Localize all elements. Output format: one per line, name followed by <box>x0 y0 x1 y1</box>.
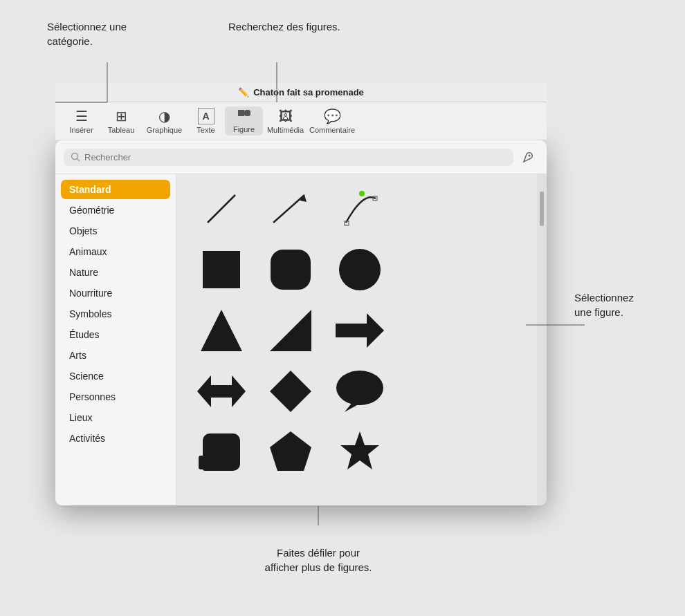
sidebar-item-arts[interactable]: Arts <box>61 346 170 365</box>
shape-line-arrow[interactable] <box>259 181 322 236</box>
insert-label: Insérer <box>69 126 93 134</box>
right-triangle-shape <box>266 306 315 355</box>
pencil-icon: ✏️ <box>238 87 249 97</box>
svg-rect-5 <box>238 110 244 116</box>
graphique-icon: ◑ <box>158 108 170 124</box>
svg-marker-22 <box>197 375 246 407</box>
sidebar-item-geometrie[interactable]: Géométrie <box>61 200 170 220</box>
shapes-panel: Standard Géométrie Objets Animaux Nature… <box>55 140 547 505</box>
shape-line-diagonal[interactable] <box>190 181 253 236</box>
shape-star[interactable] <box>329 424 391 480</box>
commentaire-icon: 💬 <box>324 108 341 124</box>
svg-point-7 <box>72 153 78 160</box>
svg-point-18 <box>339 249 381 290</box>
shape-rounded-square[interactable] <box>259 242 322 297</box>
sidebar-item-objets[interactable]: Objets <box>61 221 170 241</box>
shape-rounded-square-alt[interactable] <box>190 424 253 480</box>
pentagon-shape <box>266 428 315 476</box>
figure-label: Figure <box>233 125 255 133</box>
sidebar-item-activites[interactable]: Activités <box>61 429 170 448</box>
shapes-row-4 <box>183 364 530 419</box>
titlebar: ✏️ Chaton fait sa promenade <box>55 83 547 102</box>
shape-arrow-horizontal[interactable] <box>190 364 253 419</box>
search-input-wrap[interactable] <box>64 149 513 166</box>
shapes-row-5 <box>183 424 530 480</box>
shape-curve[interactable] <box>329 181 391 236</box>
tableau-icon: ⊞ <box>116 108 127 124</box>
shape-diamond[interactable] <box>259 364 322 419</box>
shape-square[interactable] <box>190 242 253 297</box>
scrollbar-track[interactable] <box>537 174 547 505</box>
toolbar-commentaire[interactable]: 💬 Commentaire <box>308 108 356 134</box>
texte-label: Texte <box>197 126 214 134</box>
commentaire-label: Commentaire <box>309 126 355 134</box>
search-bar <box>55 140 547 174</box>
sidebar-item-lieux[interactable]: Lieux <box>61 408 170 427</box>
toolbar-texte[interactable]: A Texte <box>187 108 225 134</box>
figure-icon <box>237 109 252 124</box>
line-arrow-shape <box>266 188 315 230</box>
shapes-grid-container <box>176 174 547 505</box>
toolbar-tableau[interactable]: ⊞ Tableau <box>100 108 142 134</box>
svg-line-11 <box>273 195 304 223</box>
sidebar-item-symboles[interactable]: Symboles <box>61 304 170 324</box>
sidebar-item-nature[interactable]: Nature <box>61 263 170 282</box>
pen-tool-button[interactable] <box>519 147 538 167</box>
shape-pentagon[interactable] <box>259 424 322 480</box>
annotation-search: Recherchez des figures. <box>228 19 367 34</box>
scrollbar-thumb <box>540 192 544 226</box>
rounded-square-alt-shape <box>197 428 246 476</box>
svg-point-24 <box>336 371 383 405</box>
svg-point-15 <box>359 191 365 196</box>
diamond-shape <box>266 367 315 416</box>
shapes-row-2 <box>183 242 530 297</box>
svg-rect-6 <box>244 110 250 116</box>
annotation-figure: Sélectionnez une figure. <box>574 290 664 319</box>
svg-marker-29 <box>270 431 311 471</box>
annotation-scroll: Faites défiler pour afficher plus de fig… <box>249 545 387 575</box>
sidebar-item-standard[interactable]: Standard <box>61 180 170 199</box>
panel-content: Standard Géométrie Objets Animaux Nature… <box>55 174 547 505</box>
shape-speech-bubble[interactable] <box>329 364 391 419</box>
graphique-label: Graphique <box>147 126 182 134</box>
svg-marker-19 <box>201 310 242 351</box>
shape-arrow-right[interactable] <box>329 303 391 358</box>
toolbar-figure[interactable]: Figure <box>225 106 263 136</box>
search-icon <box>71 152 80 162</box>
multimedia-label: Multimédia <box>267 126 304 134</box>
square-shape <box>197 245 246 294</box>
texte-icon: A <box>198 108 214 124</box>
svg-marker-20 <box>270 310 311 351</box>
toolbar-graphique[interactable]: ◑ Graphique <box>142 108 187 134</box>
triangle-shape <box>197 306 246 355</box>
sidebar-item-personnes[interactable]: Personnes <box>61 387 170 407</box>
search-input[interactable] <box>84 152 506 162</box>
arrow-right-shape <box>332 306 387 355</box>
speech-bubble-shape <box>332 367 387 416</box>
svg-point-9 <box>529 155 531 157</box>
circle-shape <box>336 245 384 294</box>
svg-rect-16 <box>203 251 240 288</box>
svg-marker-30 <box>340 431 379 469</box>
sidebar-item-science[interactable]: Science <box>61 366 170 386</box>
shapes-grid <box>176 174 537 505</box>
multimedia-icon: 🖼 <box>279 109 293 124</box>
sidebar-item-animaux[interactable]: Animaux <box>61 242 170 261</box>
document-title: Chaton fait sa promenade <box>253 87 364 97</box>
svg-line-8 <box>77 159 80 162</box>
sidebar-item-etudes[interactable]: Études <box>61 325 170 344</box>
shape-right-triangle[interactable] <box>259 303 322 358</box>
svg-marker-23 <box>270 371 311 412</box>
toolbar-insert[interactable]: ☰ Insérer <box>62 108 100 134</box>
insert-icon: ☰ <box>75 108 88 124</box>
svg-rect-28 <box>199 456 207 469</box>
shape-triangle[interactable] <box>190 303 253 358</box>
toolbar-multimedia[interactable]: 🖼 Multimédia <box>263 109 308 134</box>
shape-circle[interactable] <box>329 242 391 297</box>
tableau-label: Tableau <box>108 126 135 134</box>
sidebar-item-nourriture[interactable]: Nourriture <box>61 283 170 303</box>
shapes-row-3 <box>183 303 530 358</box>
pen-icon <box>522 150 536 164</box>
rounded-square-shape <box>266 245 315 294</box>
star-shape <box>336 428 384 476</box>
